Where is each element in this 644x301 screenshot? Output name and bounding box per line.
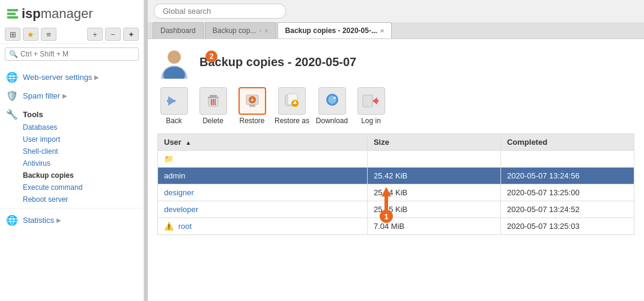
delete-label: Delete	[202, 117, 223, 125]
log-in-button[interactable]: Log in	[354, 87, 387, 125]
logo-icon	[7, 9, 18, 19]
sidebar-divider	[0, 208, 144, 208]
up-arrow-svg	[380, 187, 392, 211]
restore-label: Restore	[239, 117, 264, 125]
search-icon: 🔍	[9, 50, 18, 58]
sidebar-item-tools[interactable]: 🔧 Tools	[0, 105, 144, 121]
tab-close-icon[interactable]: ×	[264, 27, 268, 34]
tools-icon: 🔧	[6, 109, 18, 120]
table-cell-user: 📁	[158, 151, 368, 168]
col-completed-header[interactable]: Completed	[500, 134, 634, 151]
table-row[interactable]: developer 25.45 KiB 2020-05-07 13:24:52	[158, 201, 634, 218]
table-cell-user: admin	[158, 168, 368, 184]
sidebar-item-statistics[interactable]: 🌐 Statistics ▶	[0, 211, 144, 230]
page-header: Backup copies - 2020-05-07 2	[157, 45, 634, 79]
toolbar-list-icon[interactable]: ≡	[41, 28, 56, 41]
table-header: User ▲ Size Completed	[158, 134, 634, 151]
svg-rect-22	[363, 95, 372, 107]
delete-button[interactable]: Delete	[196, 87, 229, 125]
sidebar-item-backup-copies[interactable]: Backup copies	[18, 169, 144, 181]
tab-active-close-icon[interactable]: ×	[380, 27, 384, 34]
restore-as-label: Restore as	[275, 117, 309, 125]
badge-2: 2	[205, 50, 217, 62]
warning-icon: ⚠️	[164, 222, 174, 231]
avatar	[157, 45, 191, 79]
toolbar-grid-icon[interactable]: ⊞	[5, 28, 20, 41]
toolbar-add-icon[interactable]: +	[87, 28, 103, 41]
toolbar-remove-icon[interactable]: −	[105, 28, 121, 41]
sidebar-item-web-server[interactable]: 🌐 Web-server settings ▶	[0, 68, 144, 87]
data-table: User ▲ Size Completed 📁	[157, 133, 634, 235]
sidebar-item-user-import[interactable]: User import	[18, 133, 144, 145]
tab-backup-cop-label: Backup cop...	[213, 26, 257, 35]
sidebar-item-reboot-server[interactable]: Reboot server	[18, 193, 144, 205]
user-link-designer[interactable]: designer	[164, 188, 194, 197]
sidebar-search-input[interactable]	[20, 50, 135, 58]
table-cell-user: ⚠️ root	[158, 218, 368, 235]
sidebar-item-execute-command[interactable]: Execute command	[18, 181, 144, 193]
svg-rect-4	[167, 100, 175, 102]
table-row[interactable]: ⚠️ root 7.04 MiB 2020-05-07 13:25:03	[158, 218, 634, 235]
tab-backup-copies-date-label: Backup copies - 2020-05-...	[285, 26, 377, 35]
logo-area: ispmanager	[0, 0, 144, 25]
user-link-root[interactable]: root	[178, 222, 192, 231]
restore-button[interactable]: + Restore	[235, 87, 269, 125]
table-row[interactable]: designer 25.44 KiB 2020-05-07 13:25:00	[158, 184, 634, 201]
svg-point-1	[168, 50, 181, 64]
restore-as-button[interactable]: Restore as	[275, 87, 309, 125]
chevron-right-icon-3: ▶	[56, 217, 61, 223]
tab-dashboard[interactable]: Dashboard	[153, 22, 204, 38]
sidebar-item-label-statistics: Statistics	[23, 216, 54, 225]
toolbar-settings-icon[interactable]: ✦	[123, 28, 139, 41]
back-label: Back	[166, 117, 182, 125]
statistics-icon: 🌐	[6, 214, 18, 226]
toolbar: Back Delete	[157, 87, 634, 125]
table-cell-completed: 2020-05-07 13:24:52	[500, 201, 634, 218]
sidebar-nav: 🌐 Web-server settings ▶ 🛡️ Spam filter ▶…	[0, 64, 144, 233]
annotation-arrow-1: 1	[380, 187, 393, 223]
sidebar-tools-submenu: Databases User import Shell-client Antiv…	[0, 121, 144, 205]
table-cell-size	[367, 151, 500, 168]
log-in-icon	[357, 87, 385, 115]
delete-icon	[199, 87, 227, 115]
page-title: Backup copies - 2020-05-07	[199, 55, 356, 69]
logo-text: ispmanager	[22, 6, 93, 22]
content-area: Backup copies - 2020-05-07 2 Back	[148, 39, 644, 301]
svg-rect-5	[210, 95, 217, 97]
global-search-input[interactable]	[154, 4, 286, 19]
sidebar-item-antivirus[interactable]: Antivirus	[18, 157, 144, 169]
sidebar-toolbar: ⊞ ★ ≡ + − ✦	[0, 25, 144, 44]
table-cell-user: designer	[158, 184, 368, 201]
sidebar-item-databases[interactable]: Databases	[18, 121, 144, 133]
download-icon	[318, 87, 346, 115]
user-link-developer[interactable]: developer	[164, 205, 198, 214]
svg-point-21	[333, 97, 336, 99]
main-content: Dashboard Backup cop... › × Backup copie…	[148, 0, 644, 301]
col-user-header[interactable]: User ▲	[158, 134, 368, 151]
table-row[interactable]: admin 25.42 KiB 2020-05-07 13:24:56	[158, 168, 634, 184]
sidebar-item-spam-filter[interactable]: 🛡️ Spam filter ▶	[0, 87, 144, 105]
sidebar-item-shell-client[interactable]: Shell-client	[18, 145, 144, 157]
sidebar-search-box[interactable]: 🔍	[5, 47, 139, 61]
web-server-icon: 🌐	[6, 71, 18, 83]
tab-dashboard-label: Dashboard	[160, 26, 196, 35]
table-cell-size: 25.42 KiB	[367, 168, 500, 184]
tab-backup-copies-date[interactable]: Backup copies - 2020-05-... ×	[278, 22, 392, 38]
page-title-area: Backup copies - 2020-05-07 2	[199, 55, 356, 69]
sidebar-item-label-tools: Tools	[23, 110, 43, 119]
table-cell-completed	[500, 151, 634, 168]
svg-point-20	[328, 96, 336, 104]
tab-backup-cop[interactable]: Backup cop... › ×	[205, 22, 276, 38]
svg-marker-25	[381, 187, 391, 196]
back-icon	[160, 87, 188, 115]
back-button[interactable]: Back	[157, 87, 190, 125]
log-in-label: Log in	[361, 117, 381, 125]
svg-rect-26	[384, 196, 388, 211]
user-link-admin[interactable]: admin	[164, 171, 185, 180]
toolbar-star-icon[interactable]: ★	[23, 28, 38, 41]
download-button[interactable]: Download	[315, 87, 348, 125]
table-row[interactable]: 📁	[158, 151, 634, 168]
col-size-header[interactable]: Size	[367, 134, 500, 151]
chevron-right-icon: ▶	[94, 74, 99, 81]
svg-text:+: +	[251, 97, 254, 103]
